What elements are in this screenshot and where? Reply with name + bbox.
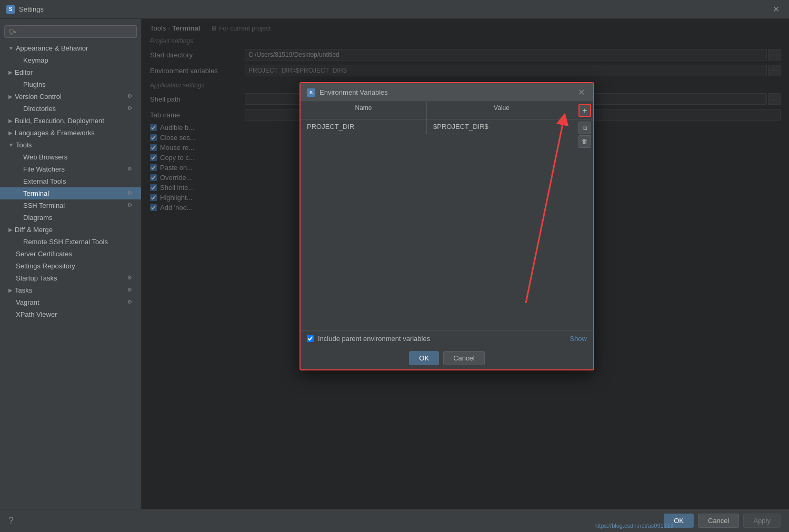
sidebar-item-diff-merge[interactable]: ▶Diff & Merge — [0, 224, 141, 236]
env-variables-modal: S Environment Variables ✕ Name Value + — [299, 82, 594, 370]
cancel-button[interactable]: Cancel — [698, 514, 739, 528]
modal-title-bar: S Environment Variables ✕ — [301, 83, 593, 102]
col-header-name: Name — [301, 102, 427, 119]
title-bar: S Settings ✕ — [0, 0, 789, 19]
sidebar-item-web-browsers[interactable]: Web Browsers — [0, 151, 141, 163]
sidebar-item-diagrams[interactable]: Diagrams — [0, 212, 141, 224]
copy-env-button[interactable]: ⧉ — [578, 122, 591, 134]
sidebar-item-label: Keymap — [23, 56, 48, 64]
sidebar-item-label: Directories — [23, 105, 56, 113]
modal-body: Name Value + PROJECT_DIR $PROJECT_DIR$ — [301, 102, 593, 330]
sidebar-item-appearance[interactable]: ▼Appearance & Behavior — [0, 42, 141, 54]
content-area: Tools › Terminal 🖥 For current project P… — [142, 19, 789, 509]
env-table-side: ⧉ 🗑 — [576, 119, 593, 330]
sidebar-items: ▼Appearance & BehaviorKeymap▶EditorPlugi… — [0, 42, 141, 320]
search-input[interactable] — [4, 25, 137, 38]
badge-icon: ⚙ — [127, 275, 135, 282]
modal-ok-button[interactable]: OK — [409, 351, 439, 365]
url-label: https://blog.csdn.net/as091313 — [594, 523, 673, 529]
sidebar-item-file-watchers[interactable]: File Watchers⚙ — [0, 163, 141, 175]
modal-close-button[interactable]: ✕ — [576, 87, 587, 97]
expand-arrow-icon: ▶ — [8, 118, 13, 124]
add-env-button[interactable]: + — [578, 104, 591, 117]
badge-icon: ⚙ — [127, 166, 135, 173]
env-table-rows: PROJECT_DIR $PROJECT_DIR$ — [301, 119, 576, 330]
sidebar-item-tools[interactable]: ▼Tools — [0, 139, 141, 151]
sidebar-item-ssh-terminal[interactable]: SSH Terminal⚙ — [0, 199, 141, 212]
col-header-value: Value — [427, 102, 576, 119]
sidebar-item-label: Tools — [16, 141, 32, 149]
include-parent-checkbox[interactable] — [307, 335, 314, 342]
sidebar-item-label: External Tools — [23, 177, 66, 185]
row-value: $PROJECT_DIR$ — [427, 119, 576, 134]
badge-icon: ⚙ — [127, 93, 135, 101]
expand-arrow-icon: ▶ — [8, 69, 13, 75]
sidebar-item-label: Diagrams — [23, 214, 53, 222]
badge-icon: ⚙ — [127, 190, 135, 197]
apply-button[interactable]: Apply — [743, 514, 781, 528]
badge-icon: ⚙ — [127, 287, 135, 294]
sidebar-item-label: Editor — [15, 68, 33, 76]
expand-arrow-icon: ▶ — [8, 130, 13, 136]
sidebar-item-plugins[interactable]: Plugins — [0, 78, 141, 91]
sidebar-item-xpath-viewer[interactable]: XPath Viewer — [0, 308, 141, 320]
modal-overlay: S Environment Variables ✕ Name Value + — [142, 19, 789, 509]
sidebar-item-label: Vagrant — [16, 298, 39, 306]
env-table-content: PROJECT_DIR $PROJECT_DIR$ ⧉ 🗑 — [301, 119, 593, 330]
title-bar-text: Settings — [19, 5, 770, 13]
include-parent-label: Include parent environment variables — [318, 335, 430, 343]
expand-arrow-icon: ▶ — [8, 287, 13, 293]
table-row: PROJECT_DIR $PROJECT_DIR$ — [301, 119, 576, 134]
sidebar-item-external-tools[interactable]: External Tools — [0, 175, 141, 187]
modal-title-text: Environment Variables — [319, 88, 576, 96]
modal-cancel-button[interactable]: Cancel — [443, 351, 484, 365]
add-button-area: + — [576, 102, 593, 119]
sidebar-item-startup-tasks[interactable]: Startup Tasks⚙ — [0, 272, 141, 284]
sidebar-item-label: Startup Tasks — [16, 274, 57, 282]
sidebar-item-version-control[interactable]: ▶Version Control⚙ — [0, 91, 141, 103]
sidebar-item-settings-repo[interactable]: Settings Repository — [0, 260, 141, 272]
sidebar-item-label: Appearance & Behavior — [16, 44, 88, 52]
expand-arrow-icon: ▶ — [8, 227, 13, 233]
badge-icon: ⚙ — [127, 105, 135, 113]
table-header: Name Value + — [301, 102, 593, 119]
app-icon: S — [6, 5, 15, 14]
modal-footer: Include parent environment variables Sho… — [301, 330, 593, 347]
sidebar-item-build-exec[interactable]: ▶Build, Execution, Deployment — [0, 115, 141, 127]
sidebar-item-label: Tasks — [15, 286, 32, 294]
sidebar-item-label: Terminal — [23, 189, 49, 197]
modal-icon: S — [307, 88, 315, 97]
sidebar-item-label: Plugins — [23, 81, 46, 88]
sidebar: ▼Appearance & BehaviorKeymap▶EditorPlugi… — [0, 19, 142, 509]
sidebar-item-server-certs[interactable]: Server Certificates — [0, 248, 141, 260]
sidebar-item-keymap[interactable]: Keymap — [0, 54, 141, 66]
sidebar-item-languages[interactable]: ▶Languages & Frameworks — [0, 127, 141, 139]
window-close-button[interactable]: ✕ — [770, 3, 783, 15]
expand-arrow-icon: ▼ — [8, 45, 14, 51]
sidebar-item-remote-ssh[interactable]: Remote SSH External Tools — [0, 236, 141, 248]
sidebar-item-label: Build, Execution, Deployment — [15, 117, 104, 125]
sidebar-item-terminal[interactable]: Terminal⚙ — [0, 187, 141, 199]
sidebar-item-label: Settings Repository — [16, 262, 75, 270]
expand-arrow-icon: ▼ — [8, 142, 14, 148]
sidebar-item-label: XPath Viewer — [16, 310, 57, 318]
sidebar-item-label: Remote SSH External Tools — [23, 238, 108, 246]
sidebar-item-directories[interactable]: Directories⚙ — [0, 103, 141, 115]
sidebar-item-label: Web Browsers — [23, 153, 67, 161]
sidebar-item-vagrant[interactable]: Vagrant⚙ — [0, 296, 141, 308]
sidebar-item-label: SSH Terminal — [23, 202, 65, 209]
sidebar-item-label: Diff & Merge — [15, 226, 53, 234]
sidebar-item-label: Server Certificates — [16, 250, 72, 258]
sidebar-item-label: File Watchers — [23, 165, 65, 173]
badge-icon: ⚙ — [127, 202, 135, 209]
expand-arrow-icon: ▶ — [8, 94, 13, 99]
badge-icon: ⚙ — [127, 299, 135, 306]
help-button[interactable]: ? — [8, 515, 14, 526]
sidebar-item-tasks[interactable]: ▶Tasks⚙ — [0, 284, 141, 296]
row-name: PROJECT_DIR — [301, 119, 427, 134]
modal-action-buttons: OK Cancel — [301, 347, 593, 369]
sidebar-item-editor[interactable]: ▶Editor — [0, 66, 141, 78]
main-layout: ▼Appearance & BehaviorKeymap▶EditorPlugi… — [0, 19, 789, 509]
show-link[interactable]: Show — [570, 335, 587, 343]
delete-env-button[interactable]: 🗑 — [578, 135, 591, 148]
